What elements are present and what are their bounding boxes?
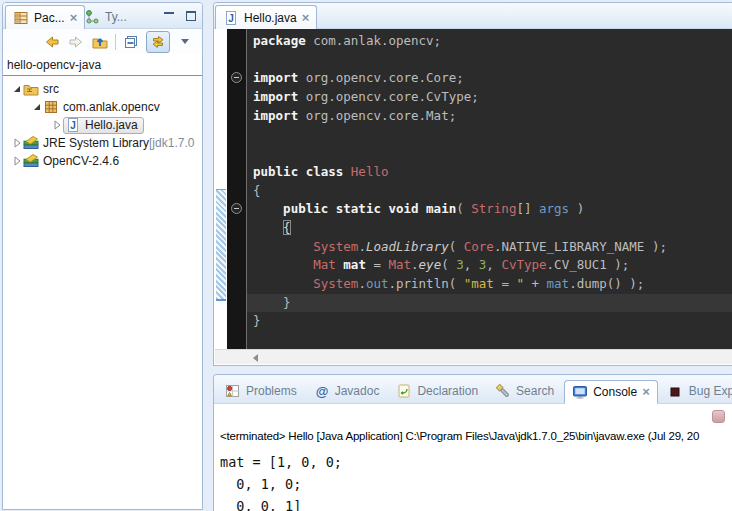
code-token: } <box>253 295 291 310</box>
tree-item-src[interactable]: src <box>3 80 202 98</box>
code-token: mat <box>343 257 366 272</box>
package-explorer-icon <box>13 10 29 26</box>
expand-arrow-icon[interactable] <box>51 119 63 131</box>
tree-item-package[interactable]: com.anlak.opencv <box>3 98 202 116</box>
code-token: package <box>253 33 306 48</box>
close-icon[interactable]: × <box>70 13 78 23</box>
horizontal-scrollbar[interactable] <box>215 349 732 364</box>
console-panel: Problems @ Javadoc Declaration Sear <box>213 374 732 511</box>
code-token: = <box>366 257 389 272</box>
code-token: String <box>471 201 516 216</box>
tab-hello-java[interactable]: J Hello.java × <box>215 5 317 29</box>
package-explorer-toolbar <box>3 29 202 54</box>
code-token: , <box>464 257 479 272</box>
code-token: eye <box>419 257 442 272</box>
code-token: org.opencv.core.Mat; <box>298 108 456 123</box>
tab-package-explorer[interactable]: Pac... × <box>5 5 85 29</box>
package-icon <box>43 99 59 115</box>
library-icon <box>23 135 39 151</box>
tab-search[interactable]: Search <box>488 379 561 403</box>
close-icon[interactable]: × <box>642 387 650 397</box>
close-icon[interactable]: × <box>302 13 310 23</box>
package-explorer-tabbar: Pac... × Ty... <box>3 3 202 29</box>
tree-item-opencv-library[interactable]: OpenCV-2.4.6 <box>3 152 202 170</box>
code-token: { <box>283 220 291 235</box>
console-line: 0, 0, 1] <box>220 498 301 511</box>
code-token: [] <box>516 201 539 216</box>
code-token: .dump() ); <box>569 276 644 291</box>
view-menu-button[interactable] <box>176 33 194 51</box>
expand-arrow-icon[interactable] <box>11 155 23 167</box>
type-hierarchy-icon <box>84 9 100 25</box>
collapse-all-button[interactable] <box>122 33 140 51</box>
tree-item-label: com.anlak.opencv <box>63 100 160 114</box>
folding-gutter[interactable] <box>227 29 247 350</box>
forward-button[interactable] <box>67 33 85 51</box>
package-folder-icon <box>23 81 39 97</box>
code-token: .CV_8UC1 ); <box>547 257 630 272</box>
tab-label: Problems <box>246 384 297 398</box>
code-token: LoadLibrary <box>366 239 449 254</box>
terminate-button[interactable] <box>712 410 725 423</box>
search-flashlight-icon <box>495 383 511 399</box>
code-token <box>253 239 313 254</box>
code-editor[interactable]: package com.anlak.opencv;import org.open… <box>215 29 732 350</box>
svg-text:@: @ <box>315 384 328 399</box>
tab-console[interactable]: Console × <box>564 380 658 404</box>
tree-item-jre-library[interactable]: JRE System Library [jdk1.7.0 <box>3 134 202 152</box>
tab-bug-explorer[interactable]: Bug Explorer <box>661 379 732 403</box>
tab-label: Ty... <box>105 10 127 24</box>
code-token: Mat <box>388 257 411 272</box>
code-token: { <box>253 183 261 198</box>
code-token: CvType <box>501 257 546 272</box>
code-line: } <box>253 312 732 331</box>
tab-declaration[interactable]: Declaration <box>389 379 485 403</box>
tree-item-label: JRE System Library <box>43 136 149 150</box>
problems-icon <box>225 383 241 399</box>
code-token: public class <box>253 164 351 179</box>
code-line: System.LoadLibrary( Core.NATIVE_LIBRARY_… <box>253 238 732 257</box>
code-lines[interactable]: package com.anlak.opencv;import org.open… <box>247 29 732 350</box>
scroll-left-arrow-icon[interactable] <box>253 354 258 362</box>
java-file-icon: J <box>65 117 81 133</box>
expand-arrow-icon[interactable] <box>31 101 43 113</box>
code-token: ( <box>449 239 464 254</box>
tab-label: Bug Explorer <box>689 384 732 398</box>
tree-item-label: OpenCV-2.4.6 <box>43 154 119 168</box>
method-range-indicator <box>216 189 226 301</box>
tab-problems[interactable]: Problems <box>218 379 304 403</box>
code-token: out <box>366 276 389 291</box>
declaration-icon <box>396 383 412 399</box>
code-line: public static void main( String[] args ) <box>253 200 732 219</box>
tab-javadoc[interactable]: @ Javadoc <box>307 379 387 403</box>
go-up-button[interactable] <box>91 33 109 51</box>
code-line: package com.anlak.opencv; <box>253 32 732 51</box>
code-token: 3 <box>456 257 464 272</box>
minimize-button[interactable] <box>164 12 174 21</box>
code-line: import org.opencv.core.Mat; <box>253 107 732 126</box>
code-line: import org.opencv.core.Core; <box>253 69 732 88</box>
fold-collapse-icon[interactable] <box>231 203 242 214</box>
link-with-editor-icon <box>150 34 166 50</box>
expand-arrow-icon[interactable] <box>11 83 23 95</box>
console-output[interactable]: mat = [1, 0, 0; 0, 1, 0; 0, 0, 1] <box>220 451 342 511</box>
library-icon <box>23 153 39 169</box>
tab-label: Pac... <box>34 11 65 25</box>
tree-item-hello-java[interactable]: J Hello.java <box>3 116 202 134</box>
tab-type-hierarchy[interactable]: Ty... <box>77 5 134 29</box>
bottom-tabbar: Problems @ Javadoc Declaration Sear <box>214 375 732 404</box>
expand-arrow-icon[interactable] <box>11 137 23 149</box>
fold-collapse-icon[interactable] <box>231 72 242 83</box>
annotation-ruler[interactable] <box>215 29 227 350</box>
maximize-button[interactable] <box>186 11 196 21</box>
code-token: mat <box>547 276 570 291</box>
code-token: , <box>486 257 501 272</box>
code-token: org.opencv.core.Core; <box>298 70 464 85</box>
selected-item-highlight: J Hello.java <box>63 117 144 134</box>
code-line <box>253 51 732 70</box>
code-token: . <box>411 257 419 272</box>
tab-label: Search <box>516 384 554 398</box>
code-token: } <box>253 313 261 328</box>
link-with-editor-button[interactable] <box>146 31 170 53</box>
back-button[interactable] <box>43 33 61 51</box>
